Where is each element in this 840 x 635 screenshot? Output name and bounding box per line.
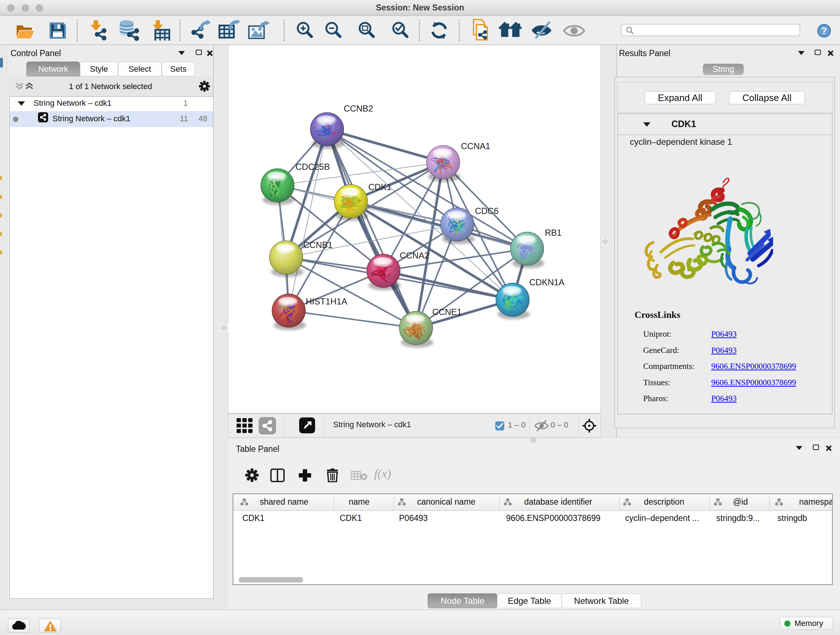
svg-text:?: ? xyxy=(821,25,827,36)
svg-text:CCNB2: CCNB2 xyxy=(344,103,373,113)
svg-text:CCNA2: CCNA2 xyxy=(400,250,429,260)
svg-text:CDKN1A: CDKN1A xyxy=(529,277,564,287)
svg-text:CCNA1: CCNA1 xyxy=(461,141,490,151)
svg-text:CDC6: CDC6 xyxy=(475,206,499,216)
svg-text:CCNB1: CCNB1 xyxy=(303,240,332,250)
svg-text:CDC25B: CDC25B xyxy=(295,162,330,172)
svg-text:CDK1: CDK1 xyxy=(368,182,392,192)
svg-text:HIST1H1A: HIST1H1A xyxy=(306,296,347,306)
svg-text:CCNE1: CCNE1 xyxy=(432,307,462,317)
svg-text:RB1: RB1 xyxy=(545,228,562,238)
